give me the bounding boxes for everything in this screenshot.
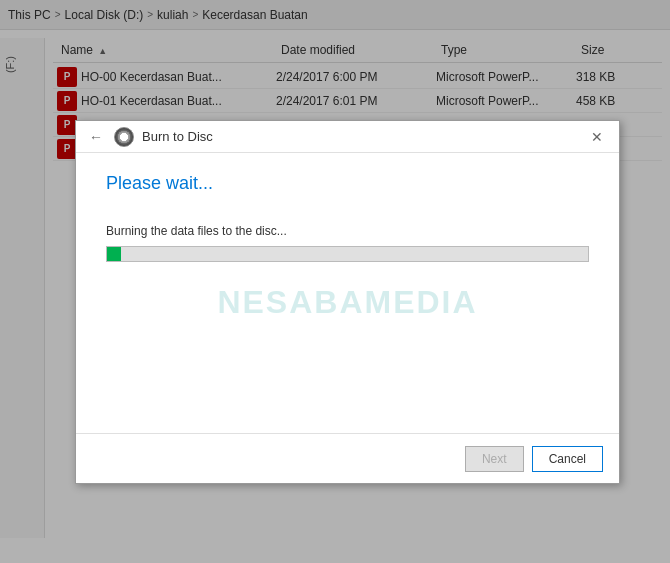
progress-label: Burning the data files to the disc... [106,224,589,238]
modal-title-text: Burn to Disc [142,129,213,144]
progress-bar-fill [107,247,121,261]
close-button[interactable]: ✕ [585,125,609,149]
burn-to-disc-dialog: ← Burn to Disc ✕ Please wait... Burning … [75,120,620,484]
modal-body: Please wait... Burning the data files to… [76,153,619,433]
modal-footer: Next Cancel [76,433,619,483]
modal-overlay: ← Burn to Disc ✕ Please wait... Burning … [0,0,670,563]
back-button[interactable]: ← [86,127,106,147]
watermark: NESABAMEDIA [217,284,477,321]
next-button[interactable]: Next [465,446,524,472]
modal-titlebar: ← Burn to Disc ✕ [76,121,619,153]
modal-title-left: ← Burn to Disc [86,127,213,147]
progress-bar-container [106,246,589,262]
cancel-button[interactable]: Cancel [532,446,603,472]
explorer-window: This PC > Local Disk (D:) > kuliah > Kec… [0,0,670,563]
please-wait-label: Please wait... [106,173,589,194]
disc-icon [114,127,134,147]
